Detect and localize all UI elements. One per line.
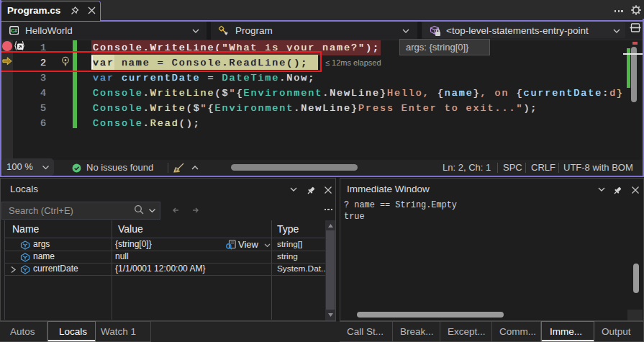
svg-text:C#: C# [10,27,17,34]
